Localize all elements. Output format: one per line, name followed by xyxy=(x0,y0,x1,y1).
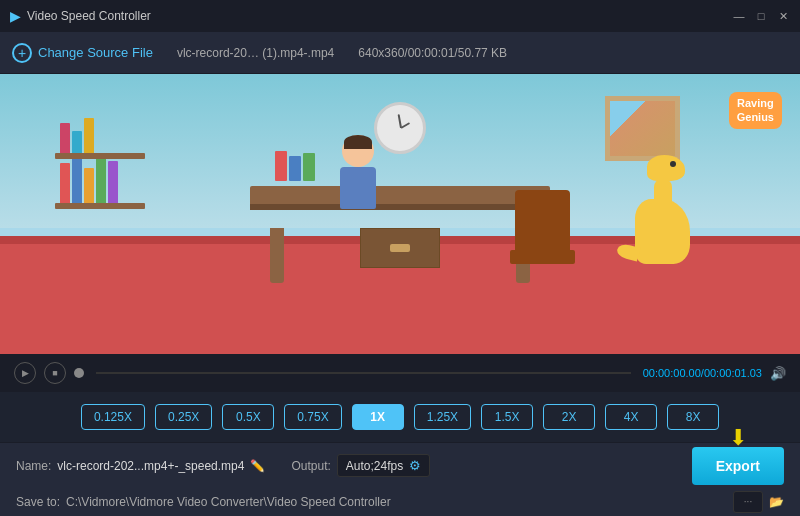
speed-025-button[interactable]: 0.25X xyxy=(155,404,212,430)
window-controls: — □ ✕ xyxy=(732,9,790,23)
plus-circle-icon: + xyxy=(12,43,32,63)
title-bar: ▶ Video Speed Controller — □ ✕ xyxy=(0,0,800,32)
app-icon: ▶ xyxy=(10,8,21,24)
change-source-button[interactable]: + Change Source File xyxy=(12,43,153,63)
video-player: RavingGenius xyxy=(0,74,800,354)
open-folder-icon[interactable]: 📂 xyxy=(769,495,784,509)
volume-icon[interactable]: 🔊 xyxy=(770,366,786,381)
playback-controls: ▶ ■ 00:00:00.00/00:00:01.03 🔊 xyxy=(0,354,800,392)
save-path-value: C:\Vidmore\Vidmore Video Converter\Video… xyxy=(66,495,727,509)
scene-dinosaur-character xyxy=(635,199,690,264)
speed-125-button[interactable]: 1.25X xyxy=(414,404,471,430)
meta-info: 640x360/00:00:01/50.77 KB xyxy=(358,46,507,60)
video-frame: RavingGenius xyxy=(0,74,800,354)
edit-name-icon[interactable]: ✏️ xyxy=(250,459,265,473)
scene-clock xyxy=(374,102,426,154)
save-row: Save to: C:\Vidmore\Vidmore Video Conver… xyxy=(16,491,784,513)
browse-button[interactable]: ··· xyxy=(733,491,763,513)
speed-4x-button[interactable]: 4X xyxy=(605,404,657,430)
scene-bookshelf xyxy=(55,129,145,209)
scene-chair xyxy=(515,190,575,264)
speed-0125-button[interactable]: 0.125X xyxy=(81,404,145,430)
speed-2x-button[interactable]: 2X xyxy=(543,404,595,430)
toolbar: + Change Source File vlc-record-20… (1).… xyxy=(0,32,800,74)
export-button[interactable]: Export xyxy=(692,447,784,485)
file-name-value: vlc-record-202...mp4+-_speed.mp4 xyxy=(57,459,244,473)
play-button[interactable]: ▶ xyxy=(14,362,36,384)
minimize-button[interactable]: — xyxy=(732,9,746,23)
output-value-box: Auto;24fps ⚙ xyxy=(337,454,430,477)
output-settings-icon[interactable]: ⚙ xyxy=(409,458,421,473)
scene-desk xyxy=(250,186,550,274)
bottom-bar: Name: vlc-record-202...mp4+-_speed.mp4 ✏… xyxy=(0,442,800,516)
app-title: Video Speed Controller xyxy=(27,9,732,23)
scene-logo: RavingGenius xyxy=(729,92,782,129)
time-display: 00:00:00.00/00:00:01.03 xyxy=(643,367,762,379)
output-value: Auto;24fps xyxy=(346,459,403,473)
name-row: Name: vlc-record-202...mp4+-_speed.mp4 ✏… xyxy=(16,447,784,485)
scene-picture-frame xyxy=(605,96,680,161)
file-name: vlc-record-20… (1).mp4-.mp4 xyxy=(177,46,334,60)
close-button[interactable]: ✕ xyxy=(776,9,790,23)
stop-button[interactable]: ■ xyxy=(44,362,66,384)
save-label: Save to: xyxy=(16,495,60,509)
change-source-label: Change Source File xyxy=(38,45,153,60)
speed-05-button[interactable]: 0.5X xyxy=(222,404,274,430)
speed-controls: 0.125X 0.25X 0.5X 0.75X 1X 1.25X 1.5X 2X… xyxy=(0,392,800,442)
speed-1x-button[interactable]: 1X xyxy=(352,404,404,430)
progress-indicator[interactable] xyxy=(74,368,84,378)
speed-075-button[interactable]: 0.75X xyxy=(284,404,341,430)
speed-8x-button[interactable]: 8X xyxy=(667,404,719,430)
maximize-button[interactable]: □ xyxy=(754,9,768,23)
scene-boy-character xyxy=(340,135,376,209)
name-label: Name: xyxy=(16,459,51,473)
output-label: Output: xyxy=(291,459,330,473)
speed-15-button[interactable]: 1.5X xyxy=(481,404,533,430)
progress-bar[interactable] xyxy=(96,372,631,374)
